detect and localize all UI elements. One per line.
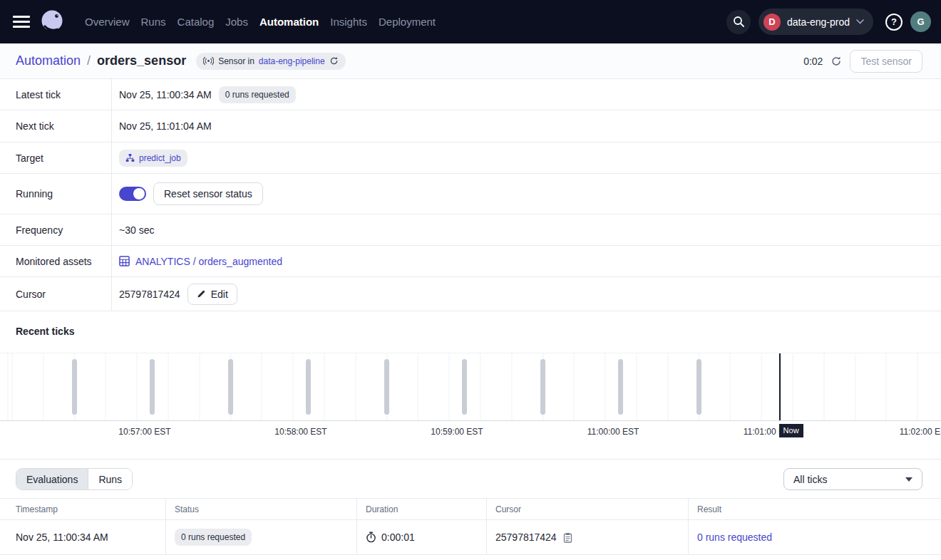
axis-tick-label: 11:02:00 EST	[900, 427, 941, 437]
nav-item-deployment[interactable]: Deployment	[379, 16, 436, 28]
monitored-asset-path: ANALYTICS / orders_augmented	[135, 256, 282, 267]
search-icon	[733, 16, 745, 28]
frequency-value: ~30 sec	[119, 224, 154, 236]
axis-tick-label: 10:58:00 EST	[274, 427, 326, 437]
nav-item-jobs[interactable]: Jobs	[225, 16, 248, 28]
stopwatch-icon	[366, 532, 376, 543]
next-tick-label: Next tick	[0, 110, 112, 142]
latest-tick-value: Nov 25, 11:00:34 AM	[119, 89, 212, 100]
nav-item-catalog[interactable]: Catalog	[178, 16, 215, 28]
test-sensor-button[interactable]: Test sensor	[850, 50, 922, 73]
next-tick-value: Nov 25, 11:01:04 AM	[119, 120, 212, 132]
select-caret-icon	[905, 477, 912, 482]
breadcrumb-separator: /	[87, 53, 91, 68]
frequency-label: Frequency	[0, 214, 112, 245]
copy-clipboard-icon[interactable]	[563, 532, 572, 543]
axis-tick-label: 10:57:00 EST	[118, 427, 170, 437]
deployment-name: data-eng-prod	[787, 16, 850, 28]
detail-row-running: Running Reset sensor status	[0, 174, 941, 214]
asset-table-icon	[119, 256, 130, 266]
deployment-switcher[interactable]: D data-eng-prod	[759, 9, 873, 35]
row-result-link[interactable]: 0 runs requested	[697, 532, 772, 543]
sensor-type-label: Sensor in	[218, 56, 254, 66]
detail-row-latest-tick: Latest tick Nov 25, 11:00:34 AM 0 runs r…	[0, 79, 941, 110]
monitored-assets-label: Monitored assets	[0, 246, 112, 276]
tab-evaluations[interactable]: Evaluations	[16, 469, 88, 489]
detail-row-monitored-assets: Monitored assets ANALYTICS / orders_augm…	[0, 246, 941, 277]
nav-item-runs[interactable]: Runs	[141, 16, 166, 28]
tick-bar[interactable]	[462, 359, 467, 415]
row-duration: 0:00:01	[381, 532, 415, 543]
tick-history-section: Evaluations Runs All ticks Timestamp Sta…	[0, 459, 941, 555]
now-marker-tooltip: Now	[779, 424, 803, 437]
tick-filter-value: All ticks	[793, 474, 827, 485]
tick-bar[interactable]	[618, 359, 623, 415]
recent-ticks-plot	[0, 353, 941, 421]
cursor-value: 25797817424	[119, 289, 180, 300]
detail-row-frequency: Frequency ~30 sec	[0, 214, 941, 246]
refresh-icon[interactable]	[831, 56, 842, 67]
job-icon	[125, 153, 135, 162]
repository-link[interactable]: data-eng-pipeline	[259, 56, 325, 66]
row-timestamp: Nov 25, 11:00:34 AM	[0, 520, 166, 554]
row-cursor: 25797817424	[495, 532, 557, 543]
search-button[interactable]	[726, 10, 751, 34]
running-toggle[interactable]	[119, 187, 146, 201]
now-marker-line	[779, 353, 781, 420]
history-toolbar: Evaluations Runs All ticks	[0, 460, 941, 498]
tick-bar[interactable]	[540, 359, 545, 415]
tick-bar[interactable]	[72, 359, 77, 415]
running-label: Running	[0, 174, 112, 214]
deployment-badge: D	[763, 14, 781, 31]
tick-filter-select[interactable]: All ticks	[783, 468, 922, 490]
user-avatar[interactable]: G	[910, 11, 931, 32]
latest-tick-label: Latest tick	[0, 79, 112, 110]
tab-runs[interactable]: Runs	[88, 469, 132, 489]
col-timestamp: Timestamp	[0, 499, 166, 519]
breadcrumb-automation-link[interactable]: Automation	[16, 53, 81, 68]
sensor-type-badge: Sensor in data-eng-pipeline	[196, 53, 345, 70]
reload-repository-icon[interactable]	[329, 56, 339, 66]
axis-tick-label: 11:00:00 EST	[587, 427, 639, 437]
col-result: Result	[689, 499, 941, 519]
primary-nav: Overview Runs Catalog Jobs Automation In…	[85, 16, 436, 28]
cursor-label: Cursor	[0, 277, 112, 311]
history-table-row: Nov 25, 11:00:34 AM 0 runs requested 0:0…	[0, 520, 941, 555]
col-status: Status	[166, 499, 357, 519]
history-tab-group: Evaluations Runs	[16, 468, 133, 490]
axis-tick-label: 10:59:00 EST	[431, 427, 483, 437]
nav-item-insights[interactable]: Insights	[330, 16, 367, 28]
sensor-details: Latest tick Nov 25, 11:00:34 AM 0 runs r…	[0, 79, 941, 311]
recent-ticks-axis: 10:57:00 EST10:58:00 EST10:59:00 EST11:0…	[0, 421, 941, 442]
edit-cursor-label: Edit	[211, 289, 228, 300]
tick-bar[interactable]	[696, 359, 701, 415]
tick-bar[interactable]	[150, 359, 155, 415]
top-nav: Overview Runs Catalog Jobs Automation In…	[0, 0, 941, 43]
nav-item-overview[interactable]: Overview	[85, 16, 130, 28]
target-job-chip[interactable]: predict_job	[119, 150, 187, 167]
reset-sensor-status-button[interactable]: Reset sensor status	[153, 182, 263, 205]
detail-row-target: Target predict_job	[0, 142, 941, 174]
nav-item-automation[interactable]: Automation	[259, 16, 319, 28]
chevron-down-icon	[856, 19, 864, 24]
detail-row-cursor: Cursor 25797817424 Edit	[0, 277, 941, 311]
refresh-countdown: 0:02	[803, 56, 823, 67]
latest-tick-status-badge: 0 runs requested	[219, 86, 296, 103]
dagster-logo-icon[interactable]	[37, 7, 67, 37]
menu-icon[interactable]	[13, 16, 30, 28]
col-duration: Duration	[357, 499, 487, 519]
tick-bar[interactable]	[384, 359, 389, 415]
detail-row-next-tick: Next tick Nov 25, 11:01:04 AM	[0, 110, 941, 142]
col-cursor: Cursor	[487, 499, 689, 519]
tick-bar[interactable]	[228, 359, 233, 415]
target-job-link[interactable]: predict_job	[139, 153, 181, 163]
sensor-signal-icon	[203, 56, 214, 66]
page-header: Automation / orders_sensor Sensor in dat…	[0, 43, 941, 79]
page-title: orders_sensor	[97, 53, 186, 68]
recent-ticks-title: Recent ticks	[0, 311, 941, 353]
pencil-icon	[197, 289, 206, 299]
help-icon[interactable]: ?	[885, 14, 903, 31]
tick-bar[interactable]	[306, 359, 311, 415]
edit-cursor-button[interactable]: Edit	[187, 284, 237, 305]
monitored-asset-link[interactable]: ANALYTICS / orders_augmented	[119, 256, 282, 267]
